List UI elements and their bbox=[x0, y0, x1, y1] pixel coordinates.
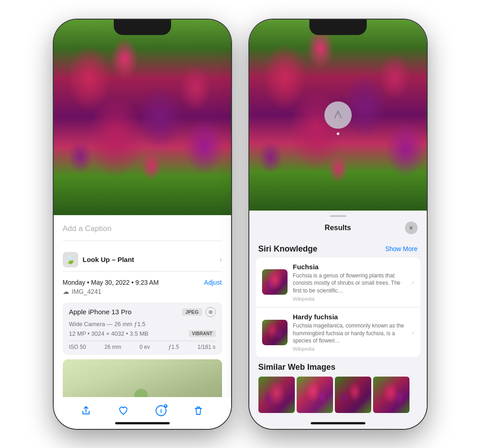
right-photo[interactable] bbox=[249, 20, 427, 211]
results-panel: Results × Siri Knowledge Show More Fuchs… bbox=[249, 211, 427, 429]
siri-knowledge-header: Siri Knowledge Show More bbox=[249, 239, 427, 257]
hardy-arrow: › bbox=[412, 329, 414, 336]
camera-specs: Wide Camera — 26 mm ƒ1.5 bbox=[69, 321, 216, 327]
fuchsia-source: Wikipedia bbox=[293, 296, 406, 302]
svg-text:i: i bbox=[160, 408, 162, 414]
date-info: Monday • May 30, 2022 • 9:23 AM bbox=[63, 279, 159, 286]
fuchsia-info: Fuchsia Fuchsia is a genus of flowering … bbox=[293, 263, 406, 302]
leaf-icon: 🍃 bbox=[66, 255, 76, 265]
location-icon: ⊕ bbox=[206, 307, 216, 317]
panel-header: Results × bbox=[249, 217, 427, 239]
device-name-row: Apple iPhone 13 Pro JPEG ⊕ bbox=[69, 307, 216, 317]
phone-notch bbox=[114, 20, 171, 35]
badges: JPEG ⊕ bbox=[182, 307, 215, 317]
similar-images bbox=[258, 377, 418, 413]
device-row: Apple iPhone 13 Pro JPEG ⊕ Wide Camera —… bbox=[63, 302, 222, 355]
lookup-arrow: › bbox=[220, 256, 222, 263]
cloud-icon: ☁ bbox=[63, 288, 69, 295]
exif-iso: ISO 50 bbox=[69, 344, 86, 350]
home-indicator bbox=[115, 422, 170, 424]
exif-aperture: ƒ1.5 bbox=[168, 344, 179, 350]
panel-title: Results bbox=[271, 224, 405, 232]
similar-image-4[interactable] bbox=[373, 377, 409, 413]
exif-ev: 0 ev bbox=[140, 344, 150, 350]
visual-lookup-button[interactable] bbox=[324, 101, 352, 129]
similar-image-1[interactable] bbox=[258, 377, 295, 413]
main-photo[interactable] bbox=[54, 20, 231, 215]
hardy-thumbnail bbox=[262, 320, 288, 345]
bottom-toolbar: i ✦ bbox=[54, 397, 231, 420]
siri-dot bbox=[337, 132, 339, 135]
lookup-text: Look Up – Plant bbox=[83, 256, 134, 263]
adjust-button[interactable]: Adjust bbox=[204, 279, 222, 286]
fuchsia-title: Fuchsia bbox=[293, 263, 406, 271]
delete-button[interactable] bbox=[189, 402, 207, 420]
show-more-button[interactable]: Show More bbox=[385, 245, 418, 252]
right-home-indicator bbox=[311, 422, 365, 424]
similar-image-2[interactable] bbox=[297, 377, 333, 413]
lookup-icon: 🍃 bbox=[63, 252, 78, 267]
jpeg-badge: JPEG bbox=[182, 308, 202, 316]
hardy-title: Hardy fuchsia bbox=[293, 313, 406, 321]
hardy-source: Wikipedia bbox=[293, 346, 406, 352]
siri-knowledge-title: Siri Knowledge bbox=[258, 244, 318, 254]
fuchsia-desc: Fuchsia is a genus of flowering plants t… bbox=[293, 272, 406, 295]
right-phone-notch bbox=[309, 20, 367, 35]
similar-section: Similar Web Images bbox=[249, 357, 427, 413]
date-row: Monday • May 30, 2022 • 9:23 AM Adjust bbox=[63, 279, 222, 286]
favorite-button[interactable] bbox=[114, 402, 132, 420]
lookup-row[interactable]: 🍃 Look Up – Plant › bbox=[63, 248, 222, 272]
close-button[interactable]: × bbox=[405, 221, 418, 234]
fuchsia-arrow: › bbox=[412, 278, 414, 286]
caption-field[interactable]: Add a Caption bbox=[63, 222, 222, 241]
vibrant-badge: VIBRANT bbox=[189, 330, 215, 337]
right-phone: Results × Siri Knowledge Show More Fuchs… bbox=[249, 20, 427, 429]
file-spec-text: 12 MP • 3024 × 4032 • 3.5 MB bbox=[69, 330, 149, 337]
photo-detail-view: Add a Caption 🍃 Look Up – Plant › Monday… bbox=[54, 20, 231, 429]
hardy-desc: Fuchsia magellanica, commonly known as t… bbox=[293, 322, 406, 345]
left-phone: Add a Caption 🍃 Look Up – Plant › Monday… bbox=[54, 20, 231, 429]
similar-image-3[interactable] bbox=[335, 377, 371, 413]
similar-title: Similar Web Images bbox=[258, 362, 418, 372]
hardy-fuchsia-card[interactable]: Hardy fuchsia Fuchsia magellanica, commo… bbox=[256, 307, 420, 357]
lookup-label: Look Up – bbox=[83, 256, 116, 263]
info-button[interactable]: i ✦ bbox=[152, 402, 170, 420]
right-phone-screen: Results × Siri Knowledge Show More Fuchs… bbox=[249, 20, 427, 429]
device-name: Apple iPhone 13 Pro bbox=[69, 308, 132, 316]
filename: IMG_4241 bbox=[72, 288, 101, 295]
filename-row: ☁ IMG_4241 bbox=[63, 288, 222, 295]
fuchsia-card[interactable]: Fuchsia Fuchsia is a genus of flowering … bbox=[256, 257, 420, 307]
lookup-subject: Plant bbox=[117, 256, 134, 263]
exif-mm: 26 mm bbox=[104, 344, 121, 350]
hardy-info: Hardy fuchsia Fuchsia magellanica, commo… bbox=[293, 313, 406, 352]
left-phone-screen: Add a Caption 🍃 Look Up – Plant › Monday… bbox=[54, 20, 231, 429]
file-specs: 12 MP • 3024 × 4032 • 3.5 MB VIBRANT bbox=[69, 330, 216, 337]
knowledge-cards: Fuchsia Fuchsia is a genus of flowering … bbox=[256, 257, 420, 357]
share-button[interactable] bbox=[77, 402, 95, 420]
exif-shutter: 1/181 s bbox=[197, 344, 215, 350]
exif-row: ISO 50 26 mm 0 ev ƒ1.5 1/181 s bbox=[69, 341, 216, 350]
fuchsia-thumbnail bbox=[262, 269, 288, 295]
